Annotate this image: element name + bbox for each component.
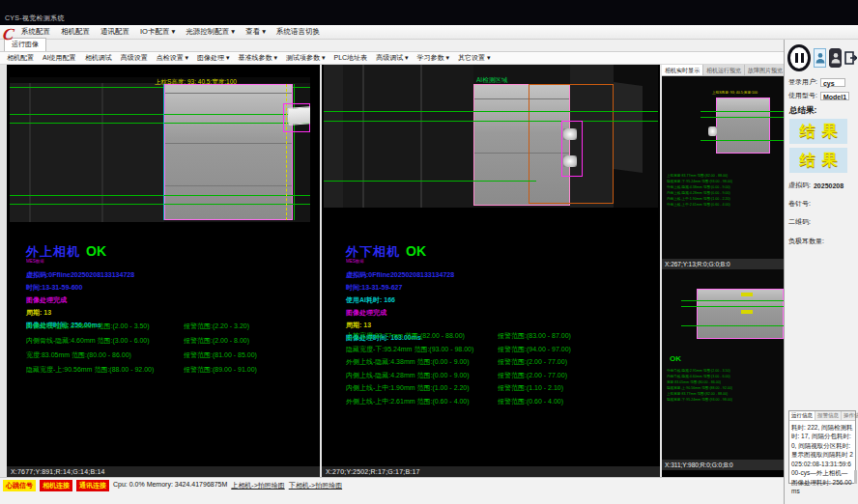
result-ok-lower: OK	[406, 243, 426, 259]
pixel-coord-upper: X:7677;Y:891;R:14;G:14;B:14	[7, 466, 320, 477]
time-upper: 时间:13-31-59-600	[26, 283, 134, 293]
virtual-code-upper: 虚拟码:0Ffline20250208133134728	[26, 270, 134, 280]
alarm-range: 报警范围:(94.00 - 97.00)	[498, 345, 571, 354]
total-result-label: 总结果:	[789, 105, 816, 117]
measure-value: 宽度:83.05mm 范围:(80.00 - 86.00)	[26, 350, 131, 360]
info-log-text: 耗时: 222, 间隔检测耗时: 17, 间隔分包耗时: 0, 间隔视取分区耗时…	[789, 421, 855, 497]
tool-camera-config[interactable]: 相机配置	[7, 53, 34, 63]
reflective-tab	[563, 128, 577, 140]
camera-subtitle-lower: MES数据	[346, 258, 364, 263]
tab-run-info[interactable]: 运行信息	[789, 411, 815, 420]
cycle-upper: 周期: 13	[26, 308, 134, 318]
tool-image-processing[interactable]: 图像处理 ▾	[197, 53, 229, 63]
part-region	[164, 84, 293, 220]
process-done-upper: 图像处理完成	[26, 295, 134, 305]
login-user-label: 登录用户:	[788, 77, 817, 87]
exit-door-icon	[844, 51, 857, 65]
process-done-lower: 图像处理完成	[346, 308, 454, 318]
measure-value: 外侧骨线-隐藏:2.95mm 范围:(2.00 - 3.50)	[26, 322, 150, 331]
qrcode-label: 二维码:	[788, 217, 811, 227]
preview-image-1[interactable]: 上枕S高度: 93; 40.5;宽度:100 上枕宽度:83.77mm 范围:(…	[662, 76, 784, 259]
tool-advanced-settings[interactable]: 高级设置	[121, 53, 148, 63]
tab-alarm-info[interactable]: 报警信息	[815, 411, 842, 420]
alarm-range: 报警范围:(0.60 - 4.00)	[498, 397, 563, 406]
menu-comm-config[interactable]: 通讯配置	[100, 27, 129, 37]
user-login-button[interactable]	[814, 48, 826, 68]
pixel-coord-preview-2: X:311;Y:980;R:0;G:0;B:0	[662, 460, 784, 470]
measure-value: 内侧骨线-隐藏:4.60mm 范围:(3.00 - 6.00)	[26, 336, 150, 346]
camera-panel-upper: 上枕S高度: 93; 40.5;宽度:100 外上相机	[7, 65, 320, 466]
reflective-tab	[563, 155, 577, 167]
tool-bar: 相机配置 AI使用配置 相机调试 高级设置 点检设置 ▾ 图像处理 ▾ 基准线参…	[0, 52, 784, 65]
needle-label: 卷针号:	[788, 199, 811, 209]
tool-other-settings[interactable]: 其它设置 ▾	[458, 53, 490, 63]
app-window: CYS-视觉检测系统 C 系统配置 相机配置 通讯配置 IO卡配置 ▾ 光源控制…	[0, 0, 858, 504]
user-switch-button[interactable]	[829, 48, 842, 68]
pause-button[interactable]	[787, 44, 811, 71]
result-ok-upper: OK	[86, 243, 106, 259]
info-scrollbar[interactable]	[854, 470, 857, 484]
model-label: 使用型号:	[788, 91, 817, 100]
alarm-range: 报警范围:(89.00 - 91.00)	[184, 365, 257, 375]
main-area: 上枕S高度: 93; 40.5;宽度:100 外上相机	[0, 65, 784, 477]
cycle-lower: 周期: 13	[346, 321, 454, 330]
cpu-memory-text: Cpu: 0.0% Memory: 3424.41796875M	[113, 480, 227, 488]
camera-image-lower[interactable]: AI检测区域	[324, 65, 658, 208]
alarm-range: 报警范围:(2.00 - 77.00)	[498, 371, 567, 380]
preview-tabs: 相机实时显示 相机运行预览 故障图片预览	[662, 65, 784, 76]
preview-column: 相机实时显示 相机运行预览 故障图片预览 上枕S高度: 93; 40.5;宽度:…	[662, 65, 784, 477]
alarm-range: 报警范围:(2.00 - 8.00)	[184, 336, 249, 346]
exit-button[interactable]	[844, 48, 857, 68]
side-control-panel: 登录用户: cys 使用型号: Model1 总结果: 结果 结果 虚拟码: 2…	[784, 40, 858, 504]
pixel-coord-lower: X:270;Y:2502;R:17;G:17;B:17	[322, 466, 660, 477]
menu-language[interactable]: 系统语言切换	[276, 27, 320, 37]
overlay-marker	[741, 293, 753, 296]
vcode-value: 20250208	[814, 182, 844, 189]
tool-baseline-params[interactable]: 基准线参数 ▾	[239, 53, 277, 63]
tool-advanced-debug[interactable]: 高级调试 ▾	[376, 53, 408, 63]
measure-value: 隐藏宽度-上:90.56mm 范围:(88.00 - 92.00)	[26, 365, 154, 375]
tab-live-view[interactable]: 相机实时显示	[662, 65, 703, 75]
menu-light-config[interactable]: 光源控制配置 ▾	[186, 27, 235, 37]
ai-time-lower: 使用AI耗时: 166	[346, 295, 454, 305]
tab-fault-preview[interactable]: 故障图片预览	[745, 65, 786, 75]
menu-system-config[interactable]: 系统配置	[21, 27, 50, 37]
model-value[interactable]: Model1	[820, 92, 849, 100]
tool-spot-check[interactable]: 点检设置 ▾	[157, 53, 188, 63]
app-logo-icon: C	[2, 26, 15, 42]
lower-camera-link[interactable]: 下相机->拍照绘图	[289, 480, 342, 490]
tool-camera-debug[interactable]: 相机调试	[85, 53, 112, 63]
preview-image-2[interactable]: OK 外侧骨线-隐藏:2.95mm 范围:(2.00 - 3.50) 内侧骨线-…	[662, 269, 784, 460]
preview-ok: OK	[670, 354, 681, 363]
title-bar: CYS-视觉检测系统	[0, 0, 858, 25]
menu-camera-config[interactable]: 相机配置	[61, 27, 90, 37]
measure-value: 外侧上线-隐藏:4.38mm 范围:(0.00 - 9.00)	[346, 357, 470, 367]
user-icon	[815, 52, 825, 64]
tool-learn-params[interactable]: 学习参数 ▾	[417, 53, 449, 63]
tool-ai-config[interactable]: AI使用配置	[43, 53, 76, 63]
comm-conn-badge: 通讯连接	[76, 480, 109, 491]
alarm-range: 报警范围:(1.10 - 2.10)	[498, 383, 563, 393]
result-box-upper: 结果	[789, 119, 847, 144]
camera-conn-badge: 相机连接	[40, 480, 72, 491]
menu-view[interactable]: 查看 ▾	[245, 27, 266, 37]
info-tabs: 运行信息 报警信息 操作信息	[789, 411, 855, 421]
measure-value: 外侧上线-上中:2.61mm 范围:(0.60 - 4.00)	[346, 397, 470, 406]
measure-value: 内侧上线-上中:1.90mm 范围:(1.00 - 2.20)	[346, 383, 470, 393]
login-user-value[interactable]: cys	[820, 78, 845, 87]
tab-op-info[interactable]: 操作信息	[842, 411, 858, 420]
user-dark-icon	[831, 52, 841, 64]
tool-plc-table[interactable]: PLC地址表	[334, 53, 368, 63]
measure-value: 内侧上线-隐藏:4.28mm 范围:(0.00 - 9.00)	[346, 371, 470, 380]
menu-io-config[interactable]: IO卡配置 ▾	[140, 27, 175, 37]
measure-value: 隐藏宽度-下:95.24mm 范围:(93.00 - 98.00)	[346, 345, 473, 354]
tab-run-preview[interactable]: 相机运行预览	[703, 65, 745, 75]
camera-image-upper[interactable]: 上枕S高度: 93; 40.5;宽度:100	[10, 77, 310, 222]
info-box: 运行信息 报警信息 操作信息 耗时: 222, 间隔检测耗时: 17, 间隔分包…	[788, 410, 856, 484]
virtual-code-lower: 虚拟码:0Ffline20250208133134728	[346, 270, 454, 280]
pixel-coord-preview-1: X:267;Y:13;R:0;G:0;B:0	[662, 259, 784, 269]
upper-camera-link[interactable]: 上相机->拍照绘图	[231, 480, 284, 490]
alarm-range: 报警范围:(2.00 - 77.00)	[498, 357, 567, 367]
overlay-marker	[741, 310, 753, 314]
tool-test-params[interactable]: 测试项参数 ▾	[286, 53, 325, 63]
